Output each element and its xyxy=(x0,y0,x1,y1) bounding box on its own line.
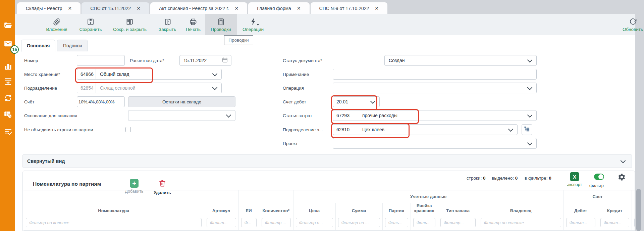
refresh-icon xyxy=(629,18,637,26)
filter-input-owner[interactable] xyxy=(481,218,561,227)
account-field[interactable] xyxy=(77,96,125,107)
filter-input-nomenclature[interactable] xyxy=(26,218,202,227)
operations-button[interactable]: Операции xyxy=(237,14,269,35)
status-value: Создан xyxy=(385,58,525,63)
chevron-down-icon[interactable] xyxy=(212,85,218,90)
filter-input-sum[interactable] xyxy=(338,218,380,227)
save-button[interactable]: Сохранить xyxy=(75,14,106,35)
attachments-button[interactable]: Вложения xyxy=(41,14,72,35)
tab-label: СПС №9 от 17.10.2022 xyxy=(319,6,369,11)
writeoff-basis-dropdown[interactable] xyxy=(128,110,235,121)
hierarchy-tree-button[interactable] xyxy=(522,124,532,135)
filter-input-quantity[interactable] xyxy=(262,218,291,227)
filter-input-extra[interactable] xyxy=(634,218,635,227)
close-document-button[interactable]: Закрыть xyxy=(154,14,181,35)
tab-akt-spisaniya[interactable]: Акт списания - Реестр за 2022 г. ✕ xyxy=(150,2,247,14)
cost-item-field[interactable]: 67293 прочие расходы xyxy=(333,110,537,121)
account-input[interactable] xyxy=(77,97,124,107)
filter-input-stock-type[interactable] xyxy=(440,218,476,227)
folder-open-icon[interactable] xyxy=(4,21,12,30)
tab-glavnaya-forma[interactable]: Главная форма ✕ xyxy=(248,2,309,14)
door-icon xyxy=(163,18,171,26)
column-header-price[interactable]: Цена xyxy=(293,203,335,217)
number-input[interactable] xyxy=(77,55,124,65)
department-field[interactable]: 62854 Склад основной xyxy=(77,83,222,93)
tab-sklady-reestr[interactable]: Склады - Реестр ✕ xyxy=(17,2,80,14)
tab-osnovnaya[interactable]: Основная xyxy=(21,40,55,52)
collapsed-view-bar[interactable]: Свернутый вид xyxy=(22,154,632,168)
save-and-close-button[interactable]: Сохр. и закрыть xyxy=(108,14,152,35)
tab-sps-9-17-10-2022[interactable]: СПС №9 от 17.10.2022 ✕ xyxy=(311,2,387,14)
column-header-credit[interactable]: Кредит xyxy=(598,203,632,217)
close-icon[interactable]: ✕ xyxy=(137,6,141,11)
debit-account-label: Счет дебет xyxy=(283,99,306,104)
column-header-quantity[interactable]: Количество* xyxy=(259,190,293,217)
close-icon[interactable]: ✕ xyxy=(375,6,379,11)
chevron-down-icon[interactable] xyxy=(370,98,376,104)
rows-counter: строки: 0 xyxy=(467,176,485,181)
storage-field[interactable]: 64866 Общий склад xyxy=(77,69,222,80)
list-check-icon[interactable] xyxy=(4,127,12,136)
status-label: Статус документа* xyxy=(283,58,322,63)
sync-icon[interactable] xyxy=(4,94,12,102)
column-header-batch[interactable]: Партия xyxy=(382,203,411,217)
chevron-down-icon[interactable] xyxy=(527,57,533,62)
list-download-icon[interactable] xyxy=(4,77,12,86)
number-field[interactable] xyxy=(77,55,125,66)
column-header-nomenclature[interactable]: Номенклатура xyxy=(23,190,204,217)
note-field[interactable] xyxy=(333,69,537,80)
export-excel-button[interactable]: X экспорт xyxy=(566,172,583,187)
project-field[interactable] xyxy=(333,138,537,149)
cost-department-label: Подразделение з... xyxy=(283,127,323,132)
window-tabbar: Склады - Реестр ✕ СПС от 15.11.2022 ✕ Ак… xyxy=(15,0,644,14)
status-dropdown[interactable]: Создан xyxy=(384,55,537,66)
column-header-stock-type[interactable]: Тип запаса xyxy=(438,203,478,217)
gear-icon[interactable] xyxy=(618,173,626,183)
chevron-down-icon[interactable] xyxy=(527,112,533,118)
cost-department-code: 62810 xyxy=(333,125,358,135)
filter-input-debit[interactable] xyxy=(566,218,595,227)
column-header-sum[interactable]: Сумма xyxy=(335,203,382,217)
note-input[interactable] xyxy=(333,69,536,79)
chevron-down-icon[interactable] xyxy=(226,112,231,118)
column-header-debit[interactable]: Дебет xyxy=(564,203,598,217)
chevron-down-icon[interactable] xyxy=(527,140,533,145)
operation-dropdown[interactable] xyxy=(333,83,537,93)
tab-sps-15-11-2022[interactable]: СПС от 15.11.2022 ✕ xyxy=(82,2,149,14)
tab-podpisi[interactable]: Подписи xyxy=(57,40,88,51)
column-header-owner[interactable]: Владелец xyxy=(478,203,564,217)
close-icon[interactable]: ✕ xyxy=(234,6,238,11)
print-button[interactable]: Печать xyxy=(181,14,205,35)
chevron-down-icon[interactable] xyxy=(527,85,533,90)
column-header-article[interactable]: Артикул xyxy=(204,190,238,217)
column-header-unit[interactable]: ЕИ xyxy=(238,190,259,217)
calendar-icon[interactable] xyxy=(222,57,228,64)
calc-date-field[interactable]: 15.11.2022 xyxy=(179,55,231,66)
calc-date-label: Расчетная дата* xyxy=(130,58,164,63)
filter-input-article[interactable] xyxy=(207,218,236,227)
filter-toggle[interactable] xyxy=(594,174,604,180)
table-clock-icon[interactable] xyxy=(4,110,12,119)
no-merge-checkbox[interactable] xyxy=(125,127,131,132)
stock-balance-button[interactable]: Остатки на складе xyxy=(128,96,235,107)
vertical-scrollbar[interactable] xyxy=(636,189,641,231)
filter-input-credit[interactable] xyxy=(600,218,629,227)
column-header-storage-cell[interactable]: Ячейка хранения xyxy=(411,203,438,217)
debit-account-field[interactable]: 20.01 xyxy=(333,96,380,107)
filter-input-unit[interactable] xyxy=(241,218,257,227)
close-icon[interactable]: ✕ xyxy=(68,6,72,11)
project-label: Проект xyxy=(283,141,298,146)
department-label: Подразделение xyxy=(24,86,57,91)
postings-button[interactable]: Проводки xyxy=(205,14,237,35)
filter-input-storage-cell[interactable] xyxy=(413,218,435,227)
close-icon[interactable]: ✕ xyxy=(297,6,301,11)
refresh-button[interactable]: Обновить xyxy=(617,14,644,35)
plus-icon: + xyxy=(130,179,139,188)
cost-department-field[interactable]: 62810 Цех клеев xyxy=(333,124,518,135)
chevron-down-icon[interactable] xyxy=(212,71,218,76)
filter-input-price[interactable] xyxy=(296,218,333,227)
chevron-down-icon[interactable] xyxy=(508,126,514,132)
bar-chart-icon[interactable] xyxy=(4,62,12,71)
chevron-down-icon[interactable] xyxy=(621,158,626,163)
filter-input-batch[interactable] xyxy=(385,218,408,227)
